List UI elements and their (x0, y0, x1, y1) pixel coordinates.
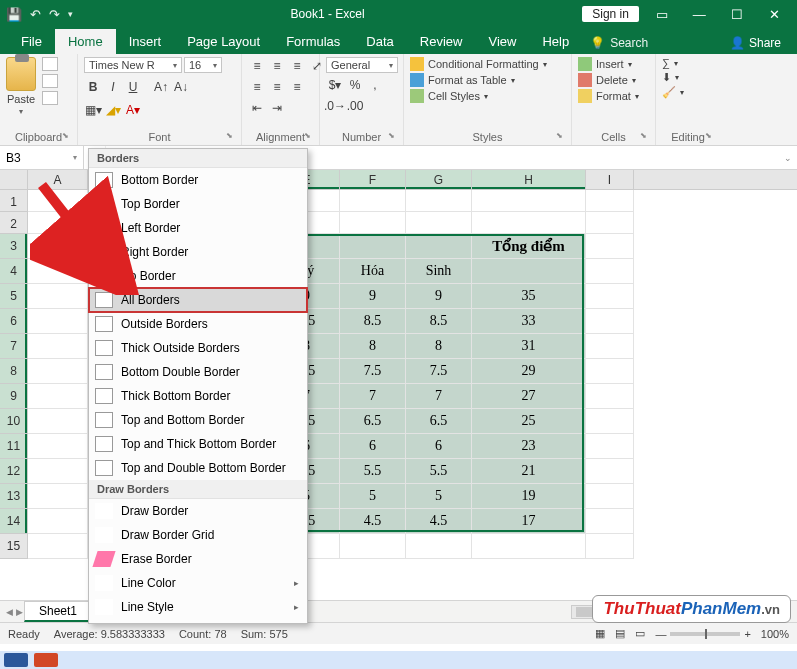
cell[interactable] (28, 284, 88, 309)
align-left-icon[interactable]: ≡ (248, 78, 266, 96)
cell[interactable]: 29 (472, 359, 586, 384)
column-header-G[interactable]: G (406, 170, 472, 189)
menu-item-line-style[interactable]: Line Style▸ (89, 595, 307, 619)
cell[interactable] (586, 309, 634, 334)
cell[interactable] (586, 509, 634, 534)
format-painter-icon[interactable] (42, 91, 58, 105)
cell[interactable]: 7.5 (340, 359, 406, 384)
tab-view[interactable]: View (475, 29, 529, 54)
menu-item-draw-border[interactable]: Draw Border (89, 499, 307, 523)
tab-help[interactable]: Help (529, 29, 582, 54)
row-header-9[interactable]: 9 (0, 384, 28, 409)
cell[interactable] (28, 459, 88, 484)
tell-me-search[interactable]: 💡Search (582, 32, 656, 54)
cell[interactable]: 4.5 (340, 509, 406, 534)
zoom-slider[interactable]: — + (655, 628, 750, 640)
row-header-11[interactable]: 11 (0, 434, 28, 459)
cell[interactable] (586, 234, 634, 259)
ribbon-options-icon[interactable]: ▭ (645, 7, 679, 22)
view-normal-icon[interactable]: ▦ (595, 627, 605, 640)
menu-item-outside-borders[interactable]: Outside Borders (89, 312, 307, 336)
row-header-14[interactable]: 14 (0, 509, 28, 534)
delete-cells-button[interactable]: Delete▾ (578, 73, 639, 87)
column-header-I[interactable]: I (586, 170, 634, 189)
cell[interactable] (340, 234, 406, 259)
undo-icon[interactable]: ↶ (30, 7, 41, 22)
cell[interactable]: 7 (406, 384, 472, 409)
row-header-5[interactable]: 5 (0, 284, 28, 309)
word-app-icon[interactable] (4, 653, 28, 667)
cell[interactable] (28, 359, 88, 384)
row-header-1[interactable]: 1 (0, 190, 28, 212)
cell[interactable] (586, 534, 634, 559)
cell[interactable]: 8 (406, 334, 472, 359)
comma-icon[interactable]: , (366, 76, 384, 94)
font-color-button[interactable]: A▾ (124, 101, 142, 119)
percent-icon[interactable]: % (346, 76, 364, 94)
copy-icon[interactable] (42, 74, 58, 88)
autosum-button[interactable]: ∑ ▾ (662, 57, 684, 69)
menu-item-erase-border[interactable]: Erase Border (89, 547, 307, 571)
accounting-icon[interactable]: $▾ (326, 76, 344, 94)
powerpoint-app-icon[interactable] (34, 653, 58, 667)
cell[interactable]: 23 (472, 434, 586, 459)
align-top-icon[interactable]: ≡ (248, 57, 266, 75)
italic-button[interactable]: I (104, 78, 122, 96)
row-header-7[interactable]: 7 (0, 334, 28, 359)
cell[interactable] (28, 384, 88, 409)
cell[interactable] (586, 359, 634, 384)
cell[interactable]: 6.5 (340, 409, 406, 434)
increase-decimal-icon[interactable]: .0→ (326, 97, 344, 115)
decrease-font-icon[interactable]: A↓ (172, 78, 190, 96)
cell[interactable]: 6.5 (406, 409, 472, 434)
tab-file[interactable]: File (8, 29, 55, 54)
menu-item-top-and-bottom-border[interactable]: Top and Bottom Border (89, 408, 307, 432)
cell[interactable] (586, 384, 634, 409)
menu-item-all-borders[interactable]: All Borders (89, 288, 307, 312)
cell[interactable] (28, 534, 88, 559)
name-box[interactable]: B3▾ (0, 146, 84, 169)
column-header-F[interactable]: F (340, 170, 406, 189)
cell[interactable]: 5 (406, 484, 472, 509)
menu-item-thick-bottom-border[interactable]: Thick Bottom Border (89, 384, 307, 408)
cell[interactable] (472, 259, 586, 284)
tab-page-layout[interactable]: Page Layout (174, 29, 273, 54)
zoom-level[interactable]: 100% (761, 628, 789, 640)
cell[interactable]: 6 (340, 434, 406, 459)
cell[interactable] (406, 234, 472, 259)
menu-item-left-border[interactable]: Left Border (89, 216, 307, 240)
tab-formulas[interactable]: Formulas (273, 29, 353, 54)
cell[interactable]: 17 (472, 509, 586, 534)
align-center-icon[interactable]: ≡ (268, 78, 286, 96)
align-bottom-icon[interactable]: ≡ (288, 57, 306, 75)
menu-item-draw-border-grid[interactable]: Draw Border Grid (89, 523, 307, 547)
decrease-indent-icon[interactable]: ⇤ (248, 99, 266, 117)
cell[interactable] (28, 434, 88, 459)
cell[interactable]: 7 (340, 384, 406, 409)
cell[interactable]: 8.5 (406, 309, 472, 334)
view-page-layout-icon[interactable]: ▤ (615, 627, 625, 640)
cell[interactable] (340, 534, 406, 559)
row-header-8[interactable]: 8 (0, 359, 28, 384)
cell[interactable]: 5.5 (340, 459, 406, 484)
cut-icon[interactable] (42, 57, 58, 71)
menu-item-right-border[interactable]: Right Border (89, 240, 307, 264)
cell-styles-button[interactable]: Cell Styles▾ (410, 89, 547, 103)
column-header-H[interactable]: H (472, 170, 586, 189)
tab-data[interactable]: Data (353, 29, 406, 54)
cell[interactable]: 8.5 (340, 309, 406, 334)
cell[interactable] (586, 409, 634, 434)
menu-item-top-border[interactable]: Top Border (89, 192, 307, 216)
sheet-tab-1[interactable]: Sheet1 (24, 601, 92, 622)
close-icon[interactable]: ✕ (757, 7, 791, 22)
share-button[interactable]: 👤Share (722, 32, 789, 54)
cell[interactable]: 9 (340, 284, 406, 309)
column-header-A[interactable]: A (28, 170, 88, 189)
cell[interactable] (340, 212, 406, 234)
expand-formula-bar-icon[interactable]: ⌄ (779, 146, 797, 169)
cell[interactable] (28, 309, 88, 334)
menu-item-no-border[interactable]: No Border (89, 264, 307, 288)
menu-item-line-color[interactable]: Line Color▸ (89, 571, 307, 595)
cell[interactable]: 9 (406, 284, 472, 309)
font-name-dropdown[interactable]: Times New R▾ (84, 57, 182, 73)
